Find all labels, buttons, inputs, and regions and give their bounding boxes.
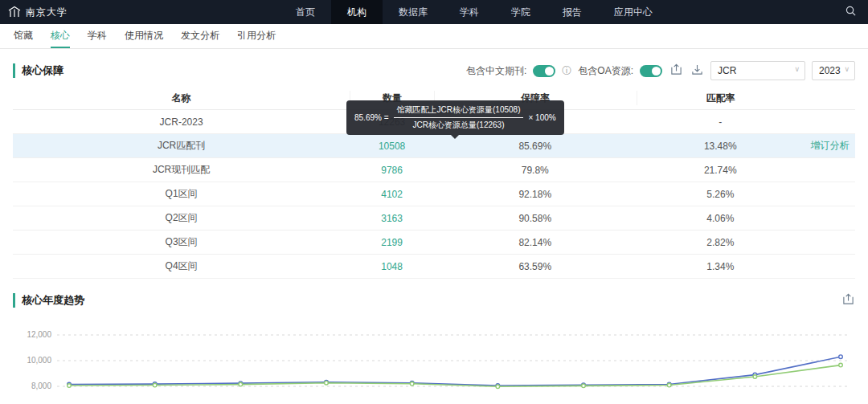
brand[interactable]: 南京大学 bbox=[8, 6, 104, 19]
tab-1[interactable]: 馆藏 bbox=[14, 24, 33, 48]
table-row[interactable]: Q2区间316390.58%4.06% bbox=[13, 206, 855, 231]
trend-chart-area[interactable]: 12,00010,0008,000 bbox=[13, 319, 855, 404]
index-type-value: JCR bbox=[718, 65, 736, 76]
cn-journal-toggle[interactable] bbox=[533, 65, 555, 77]
cell-match: 2.82% bbox=[637, 237, 805, 248]
tab-5[interactable]: 发文分析 bbox=[181, 24, 219, 48]
trend-chart[interactable]: 12,00010,0008,000 bbox=[13, 319, 855, 404]
export-icon bbox=[670, 63, 682, 78]
tooltip-numerator: 馆藏匹配上JCR核心资源量(10508) bbox=[394, 104, 524, 118]
nav-item-6[interactable]: 报告 bbox=[547, 0, 598, 24]
cell-count[interactable]: 2199 bbox=[350, 237, 434, 248]
export-icon bbox=[842, 293, 854, 308]
index-type-select[interactable]: JCR bbox=[710, 61, 805, 80]
tab-bar: 馆藏核心学科使用情况发文分析引用分析 bbox=[0, 24, 868, 49]
cell-match: 5.26% bbox=[637, 189, 805, 200]
cell-name: Q4区间 bbox=[13, 259, 350, 273]
column-header: 匹配率 bbox=[637, 91, 805, 105]
cell-match: - bbox=[637, 116, 805, 128]
cell-match: 13.48% bbox=[637, 141, 805, 152]
section-title-guarantee: 核心保障 bbox=[13, 63, 63, 78]
export-table-button[interactable] bbox=[669, 63, 683, 78]
table-row[interactable]: JCR现刊匹配978679.8%21.74% bbox=[13, 158, 855, 182]
trend-section-header: 核心年度趋势 bbox=[13, 290, 855, 311]
year-value: 2023 bbox=[819, 65, 841, 76]
cell-match: 1.34% bbox=[637, 261, 805, 272]
tab-6[interactable]: 引用分析 bbox=[237, 24, 276, 48]
table-row[interactable]: Q3区间219982.14%2.82% bbox=[13, 231, 855, 255]
export-chart-button[interactable] bbox=[841, 293, 855, 308]
download-icon bbox=[691, 63, 703, 78]
svg-text:8,000: 8,000 bbox=[31, 382, 51, 390]
cn-journal-toggle-label: 包含中文期刊: bbox=[466, 64, 526, 78]
cell-count[interactable]: 1048 bbox=[350, 261, 434, 272]
cell-name: JCR-2023 bbox=[13, 116, 350, 128]
table-row[interactable]: JCR匹配刊1050885.69%13.48%增订分析 bbox=[13, 134, 855, 158]
tooltip-suffix: × 100% bbox=[528, 113, 555, 122]
search-icon bbox=[845, 5, 857, 19]
cell-count[interactable]: 4102 bbox=[350, 189, 434, 200]
cell-rate: 82.14% bbox=[434, 237, 637, 248]
rate-formula-tooltip: 85.69% = 馆藏匹配上JCR核心资源量(10508) JCR核心资源总量(… bbox=[346, 100, 564, 135]
cell-count[interactable]: 9786 bbox=[350, 165, 434, 176]
guarantee-table: 名称数量保障率匹配率 JCR-202312263-JCR匹配刊1050885.6… bbox=[13, 86, 855, 279]
svg-text:12,000: 12,000 bbox=[27, 330, 51, 339]
table-body: JCR-202312263-JCR匹配刊1050885.69%13.48%增订分… bbox=[13, 110, 855, 279]
cell-count[interactable]: 3163 bbox=[350, 213, 434, 224]
nav-item-5[interactable]: 学院 bbox=[495, 0, 547, 24]
cell-match: 4.06% bbox=[637, 213, 805, 224]
cell-action[interactable]: 增订分析 bbox=[805, 139, 855, 153]
cell-rate: 85.69% bbox=[434, 141, 637, 152]
table-row[interactable]: Q4区间104863.59%1.34% bbox=[13, 255, 855, 279]
tab-4[interactable]: 使用情况 bbox=[125, 24, 163, 48]
oa-resource-toggle-label: 包含OA资源: bbox=[578, 64, 633, 78]
cell-name: Q2区间 bbox=[13, 211, 350, 225]
university-logo-icon bbox=[8, 6, 21, 18]
oa-resource-toggle[interactable] bbox=[640, 65, 662, 77]
search-button[interactable] bbox=[845, 5, 857, 19]
nav-item-3[interactable]: 数据库 bbox=[383, 0, 444, 24]
info-icon[interactable]: ⓘ bbox=[562, 66, 571, 75]
cell-name: JCR匹配刊 bbox=[13, 139, 350, 153]
download-table-button[interactable] bbox=[690, 63, 704, 78]
nav-item-4[interactable]: 学科 bbox=[444, 0, 495, 24]
tab-2[interactable]: 核心 bbox=[51, 24, 70, 48]
cell-rate: 90.58% bbox=[434, 213, 637, 224]
tooltip-denominator: JCR核心资源总量(12263) bbox=[413, 118, 505, 131]
cell-name: JCR现刊匹配 bbox=[13, 163, 350, 177]
nav-item-2[interactable]: 机构 bbox=[331, 0, 383, 24]
brand-name: 南京大学 bbox=[26, 6, 68, 19]
year-select[interactable]: 2023 bbox=[812, 61, 855, 80]
tab-3[interactable]: 学科 bbox=[88, 24, 107, 48]
svg-text:10,000: 10,000 bbox=[27, 356, 51, 365]
cell-rate: 92.18% bbox=[434, 189, 637, 200]
section-title-trend: 核心年度趋势 bbox=[13, 293, 84, 308]
guarantee-controls: 包含中文期刊: ⓘ 包含OA资源: JCR 2023 bbox=[466, 61, 855, 80]
main-nav: 首页机构数据库学科学院报告应用中心 bbox=[280, 0, 669, 24]
column-header: 名称 bbox=[13, 91, 350, 105]
cell-name: Q3区间 bbox=[13, 235, 350, 249]
top-navbar: 南京大学 首页机构数据库学科学院报告应用中心 bbox=[0, 0, 868, 24]
cell-name: Q1区间 bbox=[13, 187, 350, 201]
cell-match: 21.74% bbox=[637, 165, 805, 176]
nav-item-7[interactable]: 应用中心 bbox=[598, 0, 669, 24]
guarantee-section-header: 核心保障 包含中文期刊: ⓘ 包含OA资源: JCR bbox=[13, 60, 855, 81]
cell-rate: 79.8% bbox=[434, 165, 637, 176]
tooltip-fraction: 馆藏匹配上JCR核心资源量(10508) JCR核心资源总量(12263) bbox=[394, 104, 524, 131]
cell-count[interactable]: 10508 bbox=[350, 141, 434, 152]
table-row[interactable]: Q1区间410292.18%5.26% bbox=[13, 182, 855, 206]
tooltip-prefix: 85.69% = bbox=[354, 113, 389, 122]
nav-item-1[interactable]: 首页 bbox=[280, 0, 331, 24]
cell-rate: 63.59% bbox=[434, 261, 637, 272]
